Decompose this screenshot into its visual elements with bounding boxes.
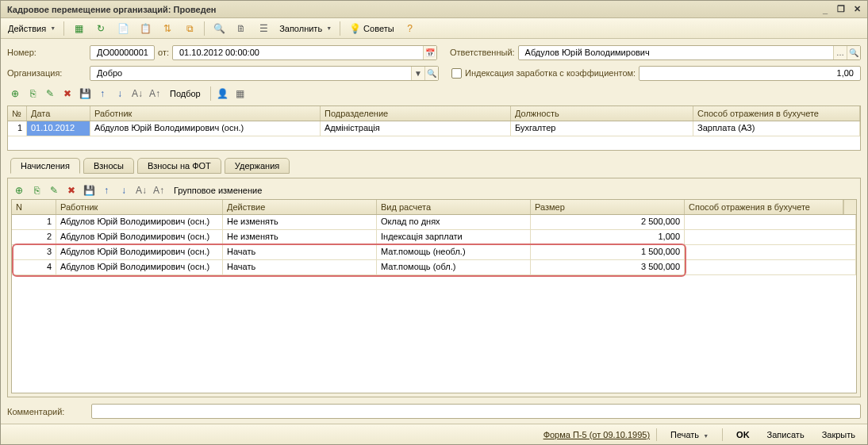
sort-asc-button[interactable]: A↓: [133, 182, 149, 198]
responsible-field[interactable]: Абдулов Юрій Володимирович … 🔍: [518, 45, 861, 60]
copy-icon: ⎘: [30, 184, 43, 197]
number-field[interactable]: ДО00000001: [90, 45, 155, 60]
grid2-row[interactable]: 1 Абдулов Юрій Володимирович (осн.) Не и…: [12, 215, 856, 230]
tab-accruals[interactable]: Начисления: [10, 158, 80, 174]
open-button[interactable]: 🔍: [847, 46, 860, 59]
basis-icon: ⧉: [183, 22, 196, 35]
add-row-button[interactable]: ⊕: [7, 86, 23, 102]
move-down-button[interactable]: ↓: [116, 182, 132, 198]
cell-calc: Мат.помощь (необл.): [377, 245, 531, 259]
delete-row-button[interactable]: ✖: [60, 86, 75, 102]
col-size[interactable]: Размер: [531, 200, 685, 214]
cell-calc: Мат.помощь (обл.): [377, 260, 531, 274]
grid2-body: 1 Абдулов Юрій Володимирович (осн.) Не и…: [12, 215, 856, 393]
form-p5-link[interactable]: Форма П-5 (от 09.10.1995): [543, 430, 650, 439]
grid1-row[interactable]: 1 01.10.2012 Абдулов Юрій Володимирович …: [8, 121, 860, 136]
calendar-button[interactable]: 📅: [423, 46, 436, 59]
cell-size: 1 500,000: [531, 245, 685, 259]
dropdown-button[interactable]: ▼: [411, 67, 424, 80]
actions-menu[interactable]: Действия ▼: [4, 20, 60, 37]
person-button[interactable]: 👤: [215, 86, 231, 102]
sort-asc-button[interactable]: A↓: [129, 86, 145, 102]
date-field[interactable]: 01.10.2012 00:00:00 📅: [172, 45, 437, 60]
cell-date: 01.10.2012: [27, 121, 90, 136]
col-worker[interactable]: Работник: [56, 200, 223, 214]
tab-contributions-fot[interactable]: Взносы на ФОТ: [137, 158, 221, 174]
end-edit-button[interactable]: 💾: [77, 86, 93, 102]
doc-icon: 📄: [117, 22, 129, 35]
main-toolbar: Действия ▼ ▦ ↻ 📄 📋 ⇅ ⧉ 🔍 🗎 ☰ Заполнить ▼…: [1, 18, 867, 39]
minimize-button[interactable]: _: [818, 3, 832, 16]
sort-desc-button[interactable]: A↑: [151, 182, 167, 198]
doc-button-1[interactable]: 📄: [113, 20, 133, 37]
save-icon: 💾: [79, 87, 91, 100]
tips-button[interactable]: 💡 Советы: [344, 20, 398, 37]
indexation-checkbox[interactable]: [451, 68, 462, 79]
grid2-row[interactable]: 3 Абдулов Юрій Володимирович (осн.) Нача…: [12, 245, 856, 260]
help-button[interactable]: ?: [400, 20, 421, 37]
maximize-button[interactable]: ❐: [834, 3, 848, 16]
close-button[interactable]: ✕: [850, 3, 864, 16]
delete-row-button[interactable]: ✖: [63, 182, 79, 198]
find-button[interactable]: 🔍: [209, 20, 229, 37]
dropdown-icon: ▼: [50, 25, 56, 31]
add-icon: ⊕: [13, 184, 25, 197]
pick-button[interactable]: Подбор: [164, 86, 206, 102]
move-down-button[interactable]: ↓: [112, 86, 128, 102]
grid2-toolbar: ⊕ ⎘ ✎ ✖ 💾 ↑ ↓ A↓ A↑ Групповое изменение: [11, 182, 857, 199]
save-icon: 💾: [83, 184, 95, 197]
col-n[interactable]: N: [12, 200, 56, 214]
doc-button-2[interactable]: 📋: [135, 20, 156, 37]
tab-contributions[interactable]: Взносы: [83, 158, 134, 174]
grid2-row[interactable]: 4 Абдулов Юрій Володимирович (осн.) Нача…: [12, 260, 856, 275]
col-refl[interactable]: Способ отражения в бухучете: [685, 200, 843, 214]
open-button[interactable]: 🔍: [424, 67, 438, 80]
col-n[interactable]: №: [8, 106, 27, 121]
fill-button[interactable]: Заполнить ▼: [275, 20, 336, 37]
comment-field[interactable]: [91, 404, 861, 419]
comment-label: Комментарий:: [7, 407, 86, 416]
print-button[interactable]: Печать ▼: [663, 428, 716, 442]
save-button[interactable]: Записать: [760, 428, 812, 442]
close-button[interactable]: Закрыть: [815, 428, 862, 442]
sort-desc-button[interactable]: A↑: [147, 86, 163, 102]
end-edit-button[interactable]: 💾: [81, 182, 97, 198]
move-up-button[interactable]: ↑: [98, 182, 114, 198]
grid2-row[interactable]: 2 Абдулов Юрій Володимирович (осн.) Не и…: [12, 230, 856, 245]
repost-button[interactable]: ↻: [90, 20, 111, 37]
movements-button[interactable]: ⇅: [157, 20, 178, 37]
basis-button[interactable]: ⧉: [179, 20, 200, 37]
copy-row-button[interactable]: ⎘: [29, 182, 44, 198]
v-scrollbar-head: [843, 200, 856, 214]
col-dept[interactable]: Подразделение: [321, 106, 511, 121]
indexation-field[interactable]: 1,00: [639, 66, 861, 81]
col-date[interactable]: Дата: [27, 106, 90, 121]
report-button[interactable]: 🗎: [231, 20, 252, 37]
delete-icon: ✖: [65, 184, 78, 197]
ok-button[interactable]: OK: [729, 428, 757, 442]
select-button[interactable]: …: [833, 46, 847, 59]
post-button[interactable]: ▦: [68, 20, 89, 37]
edit-row-button[interactable]: ✎: [42, 86, 58, 102]
add-row-button[interactable]: ⊕: [11, 182, 27, 198]
lightbulb-icon: 💡: [348, 22, 361, 35]
post-icon: ▦: [72, 22, 85, 35]
fill-label: Заполнить: [279, 24, 322, 33]
cell-refl: [685, 230, 856, 244]
org-field[interactable]: Добро ▼ 🔍: [90, 66, 439, 81]
copy-row-button[interactable]: ⎘: [25, 86, 40, 102]
doc-icon-2: 📋: [139, 22, 152, 35]
col-calc[interactable]: Вид расчета: [377, 200, 531, 214]
col-action[interactable]: Действие: [223, 200, 377, 214]
move-up-button[interactable]: ↑: [94, 86, 110, 102]
col-pos[interactable]: Должность: [511, 106, 693, 121]
edit-row-button[interactable]: ✎: [46, 182, 62, 198]
tab-deductions[interactable]: Удержания: [225, 158, 290, 174]
grid-settings-button[interactable]: ▦: [232, 86, 248, 102]
repost-icon: ↻: [94, 22, 107, 35]
col-refl[interactable]: Способ отражения в бухучете: [693, 106, 860, 121]
list-button[interactable]: ☰: [253, 20, 274, 37]
group-change-button[interactable]: Групповое изменение: [168, 182, 267, 198]
col-worker[interactable]: Работник: [90, 106, 321, 121]
search-icon: 🔍: [213, 22, 225, 35]
